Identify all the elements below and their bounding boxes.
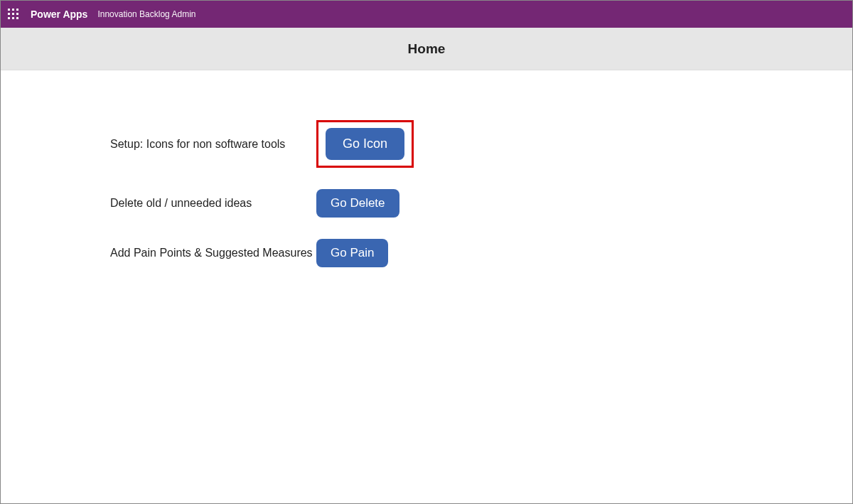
row-pain-points: Add Pain Points & Suggested Measures Go …	[110, 239, 852, 267]
row-setup-icons: Setup: Icons for non software tools Go I…	[110, 120, 852, 168]
row-label-pain-points: Add Pain Points & Suggested Measures	[110, 247, 316, 259]
highlight-box: Go Icon	[316, 120, 414, 168]
go-icon-button[interactable]: Go Icon	[326, 128, 404, 160]
top-bar: Power Apps Innovation Backlog Admin	[1, 1, 852, 28]
content-area: Setup: Icons for non software tools Go I…	[1, 70, 852, 267]
go-delete-button[interactable]: Go Delete	[316, 189, 399, 218]
row-label-delete-ideas: Delete old / unneeded ideas	[110, 197, 316, 210]
go-pain-button[interactable]: Go Pain	[316, 239, 388, 267]
app-launcher-icon[interactable]	[8, 9, 19, 20]
brand-label: Power Apps	[31, 9, 87, 20]
app-name-label: Innovation Backlog Admin	[97, 9, 195, 19]
page-header: Home	[1, 28, 852, 70]
row-delete-ideas: Delete old / unneeded ideas Go Delete	[110, 189, 852, 218]
page-title: Home	[408, 41, 446, 57]
row-label-setup-icons: Setup: Icons for non software tools	[110, 138, 316, 151]
